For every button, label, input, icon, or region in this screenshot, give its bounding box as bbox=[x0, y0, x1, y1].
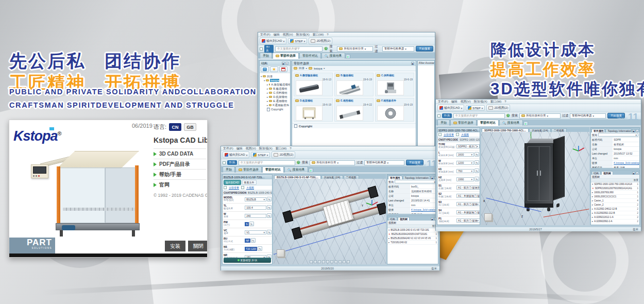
edit-button[interactable]: ✎ bbox=[267, 230, 272, 234]
tree-root[interactable]: ▾目录 bbox=[261, 74, 289, 78]
tab-part-compare[interactable]: 零部件对比 bbox=[262, 166, 284, 173]
export-cad-button[interactable]: 输出到CAD▾ bbox=[260, 38, 286, 44]
viewport-tool-icon[interactable] bbox=[330, 260, 333, 263]
view-cube[interactable] bbox=[484, 213, 492, 221]
param-select[interactable]: BSZ5LB▾ bbox=[245, 197, 266, 201]
viewport-tab-model[interactable]: BSZ5LB-1009-240-S-V1-NF-T20L... bbox=[274, 175, 321, 179]
param-select[interactable]: A1 - 双开门-玻璃亚克力▾ bbox=[456, 185, 480, 190]
tab-search-results[interactable]: 🔍搜索结果 bbox=[284, 166, 308, 173]
viewport-tab-assembly[interactable]: 开始装配 (2/4) bbox=[529, 128, 551, 132]
search-toggle[interactable]: 开/关 bbox=[442, 113, 452, 118]
breadcrumb[interactable]: 目录▸ kstopa▸ bbox=[292, 66, 416, 71]
param-toggle[interactable]: T20 120I bbox=[245, 247, 257, 251]
pin-button[interactable]: ▣ bbox=[632, 172, 635, 175]
pin-button[interactable]: ▣ bbox=[282, 62, 285, 65]
param-slider[interactable]: 240 bbox=[245, 214, 266, 218]
edit-button[interactable]: ✎ bbox=[267, 213, 272, 218]
tab-home[interactable]: 开始 bbox=[260, 53, 272, 59]
tree-item[interactable]: ▸F.通用标准件 bbox=[267, 103, 289, 107]
3d-viewport[interactable]: SDPR2-1600-1200-760-1990-ACL... 开始装配 (2/… bbox=[481, 127, 589, 225]
assembly-row[interactable]: ✕SDPR21600120076019901A1A1A1A1A1A1A11 bbox=[591, 187, 639, 191]
filter-select[interactable]: 零部件结构单选▾ bbox=[382, 46, 414, 52]
param-select[interactable]: 760▾ bbox=[456, 169, 474, 173]
tree-item-copyright[interactable]: Copyright bbox=[267, 107, 289, 111]
filter-select[interactable]: 零部件结构单选▾ bbox=[570, 113, 606, 119]
assembly-row[interactable]: ▸BSZ5LB1009A240 V1 V2 V3 V4 V5 V6 N...1 bbox=[387, 237, 438, 241]
menu-help[interactable]: ? bbox=[290, 147, 291, 150]
add-search-icon[interactable]: ⊕ bbox=[506, 113, 511, 118]
tree-vendor[interactable]: ▾kstopa bbox=[264, 78, 289, 82]
close-button[interactable]: ✕ bbox=[636, 129, 639, 132]
assembly-row[interactable]: ▾SDPR2-1600-1200-760-1990-A1A1A1A1-A1A1A… bbox=[591, 182, 639, 187]
format-step-button[interactable]: STEP▾ bbox=[251, 152, 270, 158]
assembly-row[interactable]: ▸T20/181/240-021 bbox=[387, 241, 438, 245]
tab-part-compare[interactable]: 零部件对比 bbox=[477, 120, 499, 126]
filter-select[interactable]: 零部件结构单选▾ bbox=[364, 160, 404, 165]
all-variables-link[interactable]: 全部变量 bbox=[229, 186, 239, 189]
menu-edit[interactable]: 编辑 bbox=[274, 32, 280, 37]
tab-view-tree[interactable]: 视图树 bbox=[398, 217, 410, 221]
assembly-row[interactable]: ▸A.0299211612-1-A2 bbox=[591, 215, 639, 219]
menu-edit[interactable]: 编辑 bbox=[236, 146, 243, 151]
search-input[interactable]: 全文搜索的关键字 bbox=[275, 46, 323, 52]
history-button[interactable] bbox=[279, 66, 287, 72]
new-tab-button[interactable]: + bbox=[309, 168, 313, 173]
part-card[interactable]: A.微型输送模组 19-6-13 bbox=[294, 73, 333, 96]
checkbox[interactable] bbox=[456, 133, 459, 136]
viewport-tool-icon[interactable] bbox=[314, 260, 317, 263]
menu-3d-cad-data[interactable]: 3D CAD DATA bbox=[154, 148, 206, 159]
viewport-tool-icon[interactable] bbox=[310, 260, 313, 263]
param-slider[interactable]: 100.4 bbox=[245, 206, 266, 210]
update-model-button[interactable]: 更新模型 开/关 bbox=[224, 258, 271, 263]
tab-part-selection[interactable]: 零部件选择 bbox=[450, 120, 477, 126]
menu-file[interactable]: 文件(F) bbox=[260, 32, 270, 37]
part-card[interactable]: D.机架模组 19-6-19 bbox=[294, 98, 333, 122]
pin-button[interactable]: ▣ bbox=[411, 62, 414, 65]
param-toggle[interactable]: NF bbox=[245, 239, 250, 243]
document-tab[interactable]: BSZ5LB-1009-240-S-V1-NF-T20L... bbox=[223, 175, 272, 179]
lang-gb-button[interactable]: GB bbox=[184, 123, 196, 131]
assembly-row[interactable]: ▾BSZ5LB-1009-240-S-V1-NF-T20-181 bbox=[387, 228, 438, 232]
viewport-tool-icon[interactable] bbox=[334, 260, 337, 263]
close-button[interactable]: 關閉 bbox=[188, 241, 208, 251]
menu-extras[interactable]: 附加项(X) bbox=[474, 99, 487, 104]
assembly-row[interactable]: ✕BSZ5LB1009A240S5V1NFT201811 bbox=[387, 232, 438, 237]
menu-file[interactable]: 文件(F) bbox=[438, 99, 448, 104]
edit-button[interactable]: ✎ bbox=[267, 197, 272, 201]
menu-file[interactable]: 文件(F) bbox=[223, 146, 233, 151]
big-view-link[interactable]: 大视图 bbox=[246, 186, 254, 189]
tab-search-results[interactable]: 🔍搜索结果 bbox=[321, 53, 345, 59]
search-scope-select[interactable]: 所有目录和分类▾ bbox=[337, 46, 373, 52]
search-checkbox[interactable] bbox=[223, 161, 226, 164]
tab-part-selection[interactable]: 零部件选择 bbox=[235, 166, 262, 173]
query-select[interactable]: ▾ bbox=[598, 133, 638, 137]
param-select[interactable]: V1▾ bbox=[245, 230, 266, 234]
menu-view[interactable]: 视图(V) bbox=[283, 32, 293, 37]
search-input[interactable]: 全文搜索的关键字 bbox=[239, 160, 295, 165]
big-view-link[interactable]: 大视图 bbox=[461, 133, 469, 136]
tab-part-properties[interactable]: 零件属性 bbox=[591, 129, 605, 132]
tree-item[interactable]: ▸C.供料模组 bbox=[267, 91, 289, 95]
param-select[interactable]: 1200▾ bbox=[456, 161, 474, 165]
format-step-button[interactable]: STEP▾ bbox=[288, 38, 307, 44]
search-toggle[interactable]: 开/关 bbox=[227, 160, 237, 165]
tab-home[interactable]: 开始 bbox=[437, 120, 450, 126]
checkbox[interactable] bbox=[241, 186, 244, 189]
tab-topology-info[interactable]: Topology Information bbox=[403, 176, 430, 179]
tab-home[interactable]: 开始 bbox=[223, 166, 235, 173]
tree-item[interactable]: ▸E.通用模组 bbox=[267, 99, 289, 103]
search-toggle[interactable]: 开/关 bbox=[264, 45, 274, 53]
param-select[interactable]: A1 - 单侧玻璃门-玻璃▾ bbox=[456, 194, 480, 198]
menu-edit[interactable]: 编辑 bbox=[451, 99, 457, 104]
tab-structure[interactable]: 结构 bbox=[388, 217, 397, 221]
viewport-tool-icon[interactable] bbox=[338, 260, 342, 263]
start-search-button[interactable]: 开始搜索 bbox=[416, 46, 433, 52]
all-variables-link[interactable]: 全部变量 bbox=[444, 133, 454, 136]
tab-structure[interactable]: 结构 bbox=[591, 171, 601, 175]
view-file-button[interactable]: 查看文件 bbox=[242, 180, 257, 185]
edit-button[interactable]: ✎ bbox=[249, 222, 254, 226]
new-tab-button[interactable]: + bbox=[346, 54, 350, 59]
tab-part-compare[interactable]: 零部件对比 bbox=[299, 53, 321, 59]
viewport-tool-icon[interactable] bbox=[318, 260, 321, 263]
checkbox[interactable] bbox=[224, 186, 227, 189]
